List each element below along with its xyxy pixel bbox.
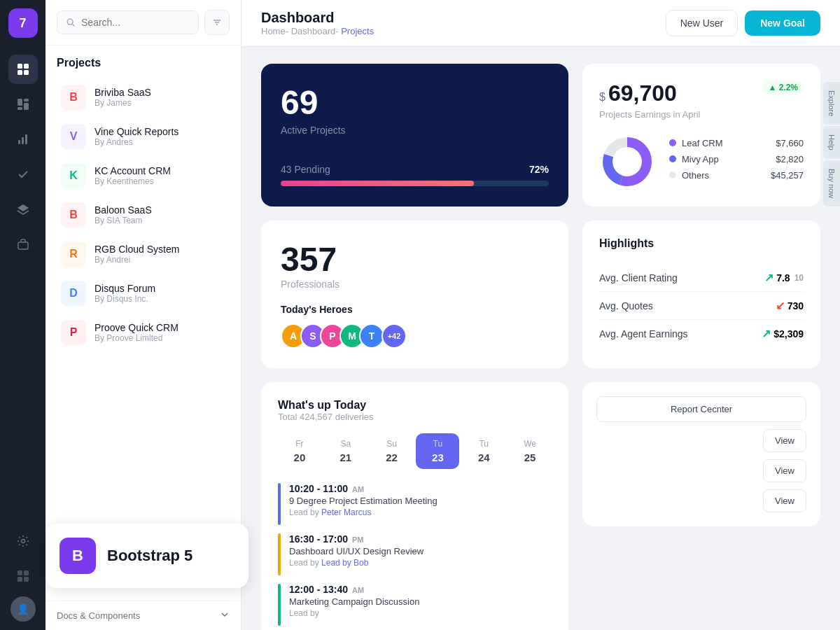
breadcrumb-active[interactable]: Projects [341,26,374,36]
nav-user-avatar[interactable]: 7 [8,8,38,38]
filter-button[interactable] [204,10,230,35]
highlight-row: Avg. Quotes ↙ 730 [599,292,804,320]
donut-row: Leaf CRM Mivy App Others $7,660$2,820$45… [599,134,804,190]
project-item-proove[interactable]: P Proove Quick CRM By Proove Limited [57,314,230,351]
nav-icon-briefcase[interactable] [8,230,38,259]
bootstrap-banner: B Bootstrap 5 [46,524,241,588]
legend-name: Leaf CRM [682,138,757,148]
event-time: 16:30 - 17:00 PM [289,533,552,545]
project-item-briviba[interactable]: B Briviba SaaS By James [57,79,230,115]
day-name: We [511,439,549,449]
event-time: 10:20 - 11:00 AM [289,483,552,494]
view-button-3[interactable]: View [763,489,806,512]
day-cell[interactable]: Tu 23 [416,433,459,469]
svg-rect-4 [18,99,22,106]
donut-legend: Leaf CRM Mivy App Others [669,138,757,186]
svg-rect-12 [18,242,28,249]
sidebar-search-bar [46,0,241,46]
project-info-disqus: Disqus Forum By Disqus Inc. [94,283,225,304]
legend-item: Others [669,170,757,181]
day-cell[interactable]: Sa 21 [324,433,368,469]
buynow-tab[interactable]: Buy now [823,160,840,206]
project-info-briviba: Briviba SaaS By James [94,87,225,108]
projects-list: Projects B Briviba SaaS By James V Vine … [46,46,241,601]
event-time: 12:00 - 13:40 AM [289,584,552,595]
bottom-grid: What's up Today Total 424,567 deliveries… [261,382,820,630]
highlights-card: Highlights Avg. Client Rating ↗ 7.8 10 A… [582,220,820,368]
event-lead: Lead by [289,608,552,618]
project-icon-vine: V [61,124,86,149]
event-desc: Marketing Campaign Discussion [289,596,552,607]
day-cell[interactable]: Tu 24 [462,433,505,469]
event-ampm: PM [352,536,364,544]
day-name: Tu [419,439,456,449]
nav-icon-layers[interactable] [8,195,38,224]
view-button-2[interactable]: View [763,459,806,482]
nav-icon-grid[interactable] [8,55,38,84]
top-grid: 69 Active Projects 43 Pending 72% $ [261,64,820,206]
breadcrumb-dashboard[interactable]: Dashboard- [291,26,339,36]
event-item: 10:20 - 11:00 AM 9 Degree Project Estima… [278,483,552,525]
legend-name: Mivy App [682,154,757,164]
event-bar [278,584,281,626]
projects-title: Projects [57,57,230,69]
event-content: 12:00 - 13:40 AM Marketing Campaign Disc… [289,584,552,618]
project-icon-baloon: B [61,202,86,227]
day-cell[interactable]: Su 22 [370,433,414,469]
pending-percent: 72% [529,164,549,175]
view-button-1[interactable]: View [763,429,806,452]
event-lead-link[interactable]: Peter Marcus [321,507,371,517]
day-name: Su [373,439,411,449]
sidebar-footer: Docs & Components [46,601,241,630]
explore-tab[interactable]: Explore [823,82,840,125]
search-box[interactable] [57,10,199,34]
event-lead-link[interactable]: Lead by Bob [321,558,368,568]
day-cell[interactable]: We 25 [508,433,552,469]
project-item-rgb[interactable]: R RGB Cloud System By Andrei [57,236,230,272]
mid-grid: 357 Professionals Today's Heroes ASPMT+4… [261,220,820,368]
header-actions: New User New Goal [666,10,820,36]
event-ampm: AM [352,586,364,594]
legend-amounts: $7,660$2,820$45,257 [771,138,804,186]
svg-point-13 [21,540,24,543]
nav-icon-dashboard[interactable] [8,90,38,119]
new-goal-button[interactable]: New Goal [745,10,820,36]
project-item-disqus[interactable]: D Disqus Forum By Disqus Inc. [57,275,230,312]
nav-icon-check[interactable] [8,160,38,189]
sidebar-footer-count[interactable] [220,610,230,622]
days-row: Fr 20 Sa 21 Su 22 Tu 23 Tu 24 We 25 [278,433,552,469]
new-user-button[interactable]: New User [666,10,738,36]
nav-icon-grid2[interactable] [8,561,38,591]
project-item-vine[interactable]: V Vine Quick Reports By Andres [57,118,230,155]
sidebar: Projects B Briviba SaaS By James V Vine … [46,0,241,630]
highlight-label: Avg. Quotes [599,300,653,312]
professionals-card: 357 Professionals Today's Heroes ASPMT+4… [261,220,568,368]
earnings-dollar: $ [599,91,606,104]
breadcrumb-home[interactable]: Home- [261,26,288,36]
nav-icon-analytics[interactable] [8,125,38,154]
search-input[interactable] [81,17,190,28]
project-icon-briviba: B [61,85,86,110]
project-by-disqus: By Disqus Inc. [94,294,225,304]
project-item-baloon[interactable]: B Baloon SaaS By SIA Team [57,197,230,233]
day-num: 20 [281,451,318,463]
project-item-kc[interactable]: K KC Account CRM By Keenthemes [57,158,230,194]
project-by-vine: By Andres [94,137,225,147]
legend-amount: $45,257 [771,170,804,181]
svg-rect-17 [24,577,29,582]
svg-rect-0 [18,64,22,69]
far-nav: 7 [0,0,46,630]
nav-icon-settings[interactable] [8,526,38,556]
active-projects-number: 69 [281,83,549,122]
events-list: 10:20 - 11:00 AM 9 Degree Project Estima… [278,483,552,626]
donut-chart [599,134,655,190]
day-num: 25 [511,451,549,463]
nav-user-photo[interactable]: 👤 [10,596,36,622]
svg-rect-7 [18,107,22,110]
highlight-row: Avg. Agent Earnings ↗ $2,309 [599,320,804,347]
day-cell[interactable]: Fr 20 [278,433,321,469]
help-tab[interactable]: Help [823,126,840,159]
page-title: Dashboard [261,10,374,26]
legend-dot [669,155,676,162]
report-center-button[interactable]: Report Cecnter [596,396,806,422]
